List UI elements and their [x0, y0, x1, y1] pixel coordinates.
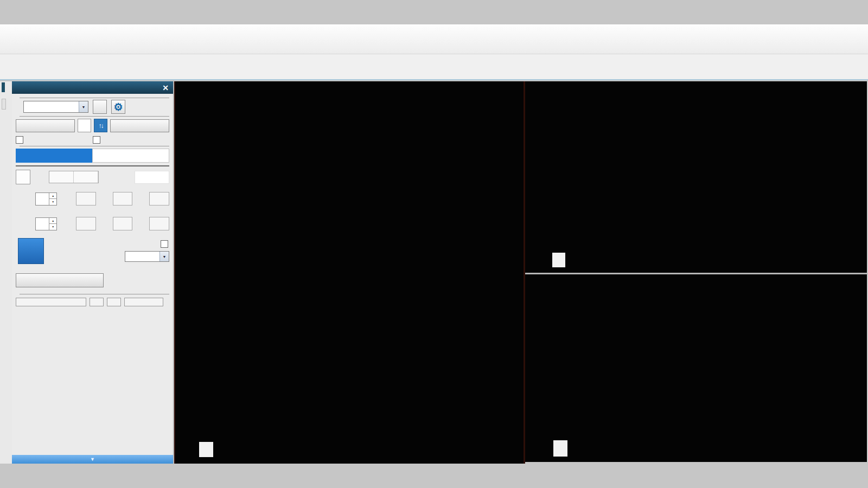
auxiliary-button-2[interactable]: [107, 298, 121, 306]
swap-updown-icon[interactable]: ↑↓: [94, 119, 107, 132]
plan-heading: [16, 98, 169, 98]
view-label-inferior: [552, 253, 565, 267]
tooth-chart-grid: [16, 165, 169, 166]
view-lower-checkbox[interactable]: [93, 136, 100, 144]
content-area: ✕ ▼ ⚙: [0, 81, 868, 464]
lower-jaw-model: [525, 274, 868, 462]
panel-header[interactable]: ✕: [12, 81, 173, 94]
align-collisions-checkbox[interactable]: [161, 240, 168, 248]
side-tab-mockups[interactable]: [2, 99, 6, 110]
secondary-toolbar: [0, 54, 868, 80]
tab-timeline[interactable]: [92, 149, 170, 163]
main-toolbar: [0, 24, 868, 54]
setup-heading: [16, 146, 169, 146]
align-button[interactable]: [135, 171, 169, 184]
expand-icon[interactable]: [4, 56, 24, 77]
auxiliary-button-3[interactable]: [124, 298, 163, 306]
lock-open-icon[interactable]: [78, 119, 91, 132]
rotations-translations-button[interactable]: [16, 273, 104, 287]
lower-button[interactable]: [110, 119, 169, 132]
spin-down-icon: ▼: [49, 199, 56, 205]
close-icon[interactable]: ✕: [162, 84, 169, 92]
mirror-right-to-left-button[interactable]: [74, 171, 98, 183]
view-upper-checkbox[interactable]: [16, 136, 23, 144]
auxiliary-controls: [16, 298, 169, 306]
upper-jaw-model: [525, 81, 868, 273]
panel-scroll-down-bar[interactable]: ▼: [12, 455, 173, 464]
mm-step-spinner[interactable]: ▲▼: [35, 192, 57, 206]
viewport-3d-upper-occlusal[interactable]: [525, 81, 868, 274]
rotate-value-box-3[interactable]: [149, 217, 169, 230]
degree-step-spinner[interactable]: ▲▼: [35, 217, 57, 230]
rotation-mode-button[interactable]: [18, 238, 44, 264]
window-top-band: [0, 0, 868, 24]
view-label-anterior: [199, 442, 213, 457]
translate-value-box-1[interactable]: [76, 192, 96, 206]
plan-settings-button[interactable]: ⚙: [111, 100, 125, 114]
auxiliary-heading: [16, 294, 169, 294]
viewport-3d-main[interactable]: [174, 81, 524, 464]
guides-heading: [16, 116, 169, 117]
add-plan-button[interactable]: [93, 100, 107, 114]
tab-setup[interactable]: [16, 149, 92, 163]
rotate-value-box-1[interactable]: [76, 217, 96, 230]
gear-icon: ⚙: [113, 101, 123, 113]
auxiliary-button-1[interactable]: [90, 298, 104, 306]
view-label-superior: [553, 440, 567, 457]
chevron-down-icon: ▼: [159, 252, 169, 261]
translate-value-box-2[interactable]: [113, 192, 133, 206]
rotate-value-box-2[interactable]: [113, 217, 133, 230]
side-tab-strip: [0, 81, 12, 464]
viewport-3d-lower-occlusal[interactable]: [525, 274, 868, 462]
spin-up-icon: ▲: [49, 193, 56, 200]
spin-down-icon: ▼: [49, 224, 56, 230]
center-of-rotation-select[interactable]: ▼: [125, 251, 169, 262]
translate-value-box-3[interactable]: [149, 192, 169, 206]
mirror-left-to-right-button[interactable]: [49, 171, 74, 183]
load-upper-button[interactable]: [16, 119, 75, 132]
side-tab-manual-setup[interactable]: [2, 82, 5, 92]
auxiliary-select[interactable]: [16, 298, 86, 306]
manual-setup-panel: ✕ ▼ ⚙: [12, 81, 174, 464]
spin-up-icon: ▲: [49, 218, 56, 224]
chevron-down-icon: ▼: [79, 101, 88, 112]
chevron-down-icon: ▼: [90, 457, 95, 462]
plan-preset-select[interactable]: ▼: [23, 101, 88, 113]
viewport-column-right: [524, 81, 868, 464]
undo-history-button[interactable]: [16, 170, 30, 184]
frontal-model: [175, 81, 524, 464]
